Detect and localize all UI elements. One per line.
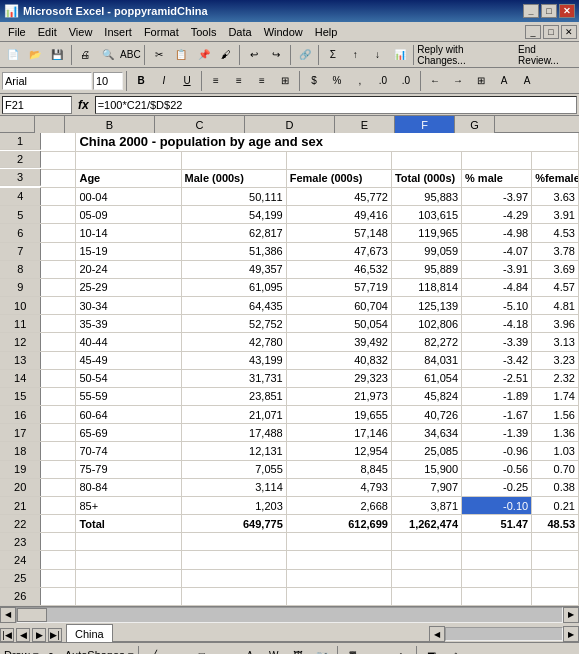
sheet-scroll-track[interactable] [445,627,563,641]
cell-c19[interactable]: 7,055 [181,460,286,478]
cell-e4[interactable]: 95,883 [391,188,461,206]
cell-d19[interactable]: 8,845 [286,460,391,478]
cell-d10[interactable]: 60,704 [286,297,391,315]
font-color-tool[interactable]: A [390,645,412,655]
textbox-tool[interactable]: A [239,645,261,655]
line-tool[interactable]: ╱ [143,645,165,655]
3d-tool[interactable]: ◈ [445,645,467,655]
cell-d21[interactable]: 2,668 [286,496,391,514]
scroll-thumb[interactable] [17,608,47,622]
italic-button[interactable]: I [153,70,175,92]
undo-button[interactable]: ↩ [243,44,264,66]
tab-prev-button[interactable]: ◀ [16,628,30,642]
col-header-b[interactable]: B [65,116,155,133]
cell-f21[interactable]: -0.10 [462,496,532,514]
cell-e6[interactable]: 119,965 [391,224,461,242]
menu-tools[interactable]: Tools [185,25,223,39]
cell-f17[interactable]: -1.39 [462,424,532,442]
cell-c9[interactable]: 61,095 [181,278,286,296]
cell-g17[interactable]: 1.36 [532,424,579,442]
cell-c18[interactable]: 12,131 [181,442,286,460]
merge-cells-button[interactable]: ⊞ [274,70,296,92]
cell-f10[interactable]: -5.10 [462,297,532,315]
scroll-track[interactable] [16,607,563,623]
cell-b16[interactable]: 60-64 [76,406,181,424]
cell-g21[interactable]: 0.21 [532,496,579,514]
sheet-scroll-left[interactable]: ◀ [429,626,445,642]
menu-format[interactable]: Format [138,25,185,39]
cell-e20[interactable]: 7,907 [391,478,461,496]
print-preview-button[interactable]: 🔍 [97,44,118,66]
draw-label[interactable]: Draw ▾ [4,649,39,654]
cell-a19[interactable] [41,460,76,478]
col-header-f[interactable]: F [395,116,455,133]
cell-f4[interactable]: -3.97 [462,188,532,206]
new-button[interactable]: 📄 [2,44,23,66]
borders-button[interactable]: ⊞ [470,70,492,92]
cell-d2[interactable] [286,151,391,169]
cell-b19[interactable]: 75-79 [76,460,181,478]
menu-file[interactable]: File [2,25,32,39]
hyperlink-button[interactable]: 🔗 [294,44,315,66]
cell-a6[interactable] [41,224,76,242]
menu-data[interactable]: Data [222,25,257,39]
arrow-tool[interactable]: → [167,645,189,655]
cell-e12[interactable]: 82,272 [391,333,461,351]
font-color-button[interactable]: A [516,70,538,92]
align-right-button[interactable]: ≡ [251,70,273,92]
cell-g5[interactable]: 3.91 [532,206,579,224]
save-button[interactable]: 💾 [47,44,68,66]
cell-a12[interactable] [41,333,76,351]
cell-c4[interactable]: 50,111 [181,188,286,206]
cell-c22[interactable]: 649,775 [181,515,286,533]
cell-f6[interactable]: -4.98 [462,224,532,242]
cell-a4[interactable] [41,188,76,206]
clipart-tool[interactable]: 🖼 [287,645,309,655]
cell-c8[interactable]: 49,357 [181,260,286,278]
cell-c7[interactable]: 51,386 [181,242,286,260]
cell-d13[interactable]: 40,832 [286,351,391,369]
cell-e22[interactable]: 1,262,474 [391,515,461,533]
cut-button[interactable]: ✂ [148,44,169,66]
cell-f9[interactable]: -4.84 [462,278,532,296]
cell-e7[interactable]: 99,059 [391,242,461,260]
cell-d20[interactable]: 4,793 [286,478,391,496]
cell-d8[interactable]: 46,532 [286,260,391,278]
cell-e3[interactable]: Total (000s) [391,169,461,187]
cell-b2[interactable] [76,151,181,169]
cell-a3[interactable] [41,169,76,187]
print-button[interactable]: 🖨 [75,44,96,66]
cell-g2[interactable] [532,151,579,169]
cell-f12[interactable]: -3.39 [462,333,532,351]
format-painter-button[interactable]: 🖌 [215,44,236,66]
cell-d4[interactable]: 45,772 [286,188,391,206]
cell-c6[interactable]: 62,817 [181,224,286,242]
cell-b4[interactable]: 00-04 [76,188,181,206]
cell-a15[interactable] [41,387,76,405]
paste-button[interactable]: 📌 [193,44,214,66]
col-header-a[interactable] [35,116,65,133]
cell-a20[interactable] [41,478,76,496]
cell-d7[interactable]: 47,673 [286,242,391,260]
cell-f16[interactable]: -1.67 [462,406,532,424]
pointer-tool[interactable]: ↖ [41,645,63,655]
cell-b3[interactable]: Age [76,169,181,187]
autosum-button[interactable]: Σ [322,44,343,66]
cell-a1[interactable] [41,133,76,151]
cell-g7[interactable]: 3.78 [532,242,579,260]
increase-decimal-button[interactable]: .0 [372,70,394,92]
menu-help[interactable]: Help [309,25,344,39]
cell-c2[interactable] [181,151,286,169]
currency-button[interactable]: $ [303,70,325,92]
cell-a8[interactable] [41,260,76,278]
cell-g4[interactable]: 3.63 [532,188,579,206]
cell-c13[interactable]: 43,199 [181,351,286,369]
cell-g15[interactable]: 1.74 [532,387,579,405]
font-size-dropdown[interactable]: 10 [93,72,123,90]
copy-button[interactable]: 📋 [171,44,192,66]
cell-d15[interactable]: 21,973 [286,387,391,405]
cell-c12[interactable]: 42,780 [181,333,286,351]
cell-b15[interactable]: 55-59 [76,387,181,405]
sort-asc-button[interactable]: ↑ [345,44,366,66]
cell-g19[interactable]: 0.70 [532,460,579,478]
